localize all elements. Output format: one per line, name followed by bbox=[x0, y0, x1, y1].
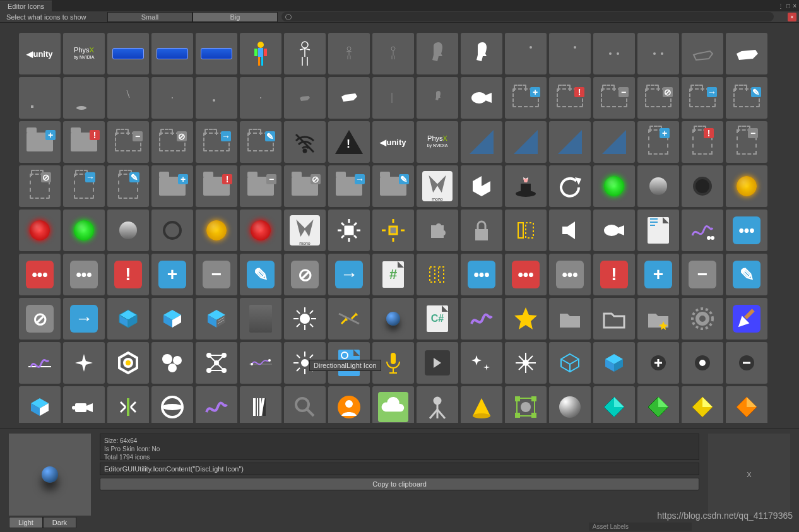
sun-white-icon[interactable] bbox=[328, 210, 370, 251]
hexagon-icon[interactable] bbox=[107, 342, 149, 384]
diamond-teal-icon[interactable] bbox=[593, 386, 635, 423]
camera-dot-icon[interactable] bbox=[63, 386, 105, 423]
hash-doc-icon[interactable]: # bbox=[372, 254, 414, 295]
burst-green-icon[interactable] bbox=[107, 386, 149, 423]
bounds-green-icon[interactable] bbox=[505, 386, 547, 423]
folder-edit-icon[interactable]: ✎ bbox=[726, 77, 767, 119]
play-dark-icon[interactable] bbox=[417, 342, 458, 384]
unity-cube-icon[interactable] bbox=[461, 165, 502, 207]
gear-icon[interactable] bbox=[682, 298, 723, 340]
triangle-icon[interactable] bbox=[461, 121, 502, 163]
sparkle-icon[interactable] bbox=[63, 342, 105, 384]
directional-light-icon[interactable] bbox=[284, 298, 326, 340]
cube-shine-icon[interactable] bbox=[19, 386, 61, 423]
doc-arrow-icon[interactable]: → bbox=[63, 165, 105, 207]
folder-solid-cancel-icon[interactable]: ⊘ bbox=[284, 165, 326, 207]
copy-button[interactable]: Copy to clipboard bbox=[100, 478, 699, 490]
folder-solid-arrow-icon[interactable]: → bbox=[328, 165, 370, 207]
columns-yellow-icon[interactable] bbox=[417, 254, 458, 295]
dot-icon[interactable] bbox=[549, 33, 591, 74]
edit-blue-icon[interactable]: ✎ bbox=[726, 254, 767, 295]
brush-blue-icon[interactable] bbox=[726, 298, 767, 340]
folder-solid-warn-icon[interactable]: ! bbox=[63, 121, 105, 163]
head-small-icon[interactable] bbox=[417, 77, 458, 119]
hand-white-icon[interactable] bbox=[726, 33, 767, 74]
close-icon[interactable]: × bbox=[793, 3, 796, 9]
star-yellow-icon[interactable] bbox=[505, 298, 547, 340]
cancel-gray-icon[interactable]: ⊘ bbox=[19, 298, 61, 340]
diamond-green-icon[interactable] bbox=[637, 386, 679, 423]
green-sphere-icon[interactable] bbox=[63, 210, 105, 251]
csharp-doc-icon[interactable]: C# bbox=[417, 298, 458, 340]
folder-outline-icon[interactable] bbox=[593, 298, 635, 340]
cube-striped-icon[interactable] bbox=[196, 298, 237, 340]
hand-white-icon[interactable] bbox=[328, 77, 370, 119]
plus-blue-icon[interactable]: + bbox=[151, 254, 193, 295]
folder-arrow-icon[interactable]: → bbox=[682, 77, 723, 119]
folder-dash-arrow-icon[interactable]: → bbox=[196, 121, 237, 163]
tripod-icon[interactable] bbox=[417, 386, 458, 423]
sun-yellow-icon[interactable] bbox=[372, 210, 414, 251]
doc-cancel-icon[interactable]: ⊘ bbox=[19, 165, 61, 207]
more-red-icon[interactable]: ••• bbox=[19, 254, 61, 295]
menu-icon[interactable]: ⋮ bbox=[778, 3, 784, 9]
small-mark-icon[interactable] bbox=[63, 77, 105, 119]
folder-solid-warn-icon[interactable]: ! bbox=[196, 165, 237, 207]
theme-light-button[interactable]: Light bbox=[9, 517, 43, 528]
sparkles-icon[interactable] bbox=[461, 342, 502, 384]
dots-icon[interactable] bbox=[593, 33, 635, 74]
record-circle-icon[interactable] bbox=[682, 342, 723, 384]
physx-icon[interactable]: PhysXby NVIDIA bbox=[63, 33, 105, 74]
clear-button[interactable]: × bbox=[788, 13, 796, 21]
head-silhouette-icon[interactable] bbox=[417, 33, 458, 74]
window-tab[interactable]: Editor Icons bbox=[0, 1, 52, 11]
folder-dash-minus-icon[interactable]: − bbox=[107, 121, 149, 163]
diamond-orange-icon[interactable] bbox=[726, 386, 767, 423]
camera-white-icon[interactable] bbox=[593, 210, 635, 251]
stroke-icon[interactable] bbox=[107, 77, 149, 119]
molecules-icon[interactable] bbox=[151, 342, 193, 384]
puzzle-icon[interactable] bbox=[417, 210, 458, 251]
avatar-small-icon[interactable] bbox=[328, 33, 370, 74]
avatar-outline-icon[interactable] bbox=[284, 33, 326, 74]
search-input[interactable] bbox=[281, 12, 774, 21]
folder-dash-cancel-icon[interactable]: ⊘ bbox=[151, 121, 193, 163]
lock-icon[interactable] bbox=[461, 210, 502, 251]
ring-dark-icon[interactable] bbox=[151, 210, 193, 251]
folder-cancel-icon[interactable]: ⊘ bbox=[637, 77, 679, 119]
cube-arrow-icon[interactable] bbox=[151, 298, 193, 340]
minus-gray-icon[interactable]: − bbox=[196, 254, 237, 295]
unity-icon[interactable]: ◀unity bbox=[19, 33, 61, 74]
hand-small-icon[interactable] bbox=[284, 77, 326, 119]
curve-people-icon[interactable] bbox=[682, 210, 723, 251]
doc-warn-icon[interactable]: ! bbox=[682, 121, 723, 163]
refresh-icon[interactable] bbox=[549, 165, 591, 207]
warn-red-icon[interactable]: ! bbox=[593, 254, 635, 295]
warning-triangle-icon[interactable] bbox=[328, 121, 370, 163]
plus-blue-icon[interactable]: + bbox=[637, 254, 679, 295]
document-lines-icon[interactable] bbox=[637, 210, 679, 251]
columns-yellow-icon[interactable] bbox=[505, 210, 547, 251]
cone-yellow-icon[interactable] bbox=[461, 386, 502, 423]
minus-gray-icon[interactable]: − bbox=[682, 254, 723, 295]
folder-star-icon[interactable] bbox=[637, 298, 679, 340]
user-orange-icon[interactable] bbox=[328, 386, 370, 423]
dots-icon[interactable] bbox=[637, 33, 679, 74]
red-sphere-icon[interactable] bbox=[240, 210, 281, 251]
rect-gray-icon[interactable] bbox=[240, 298, 281, 340]
physx-icon[interactable]: PhysXby NVIDIA bbox=[417, 121, 458, 163]
doc-edit-icon[interactable]: ✎ bbox=[107, 165, 149, 207]
mono-icon[interactable]: mono bbox=[284, 210, 326, 251]
curve-line-icon[interactable] bbox=[19, 342, 61, 384]
more-gray-icon[interactable]: ••• bbox=[63, 254, 105, 295]
orange-sphere-icon[interactable] bbox=[196, 210, 237, 251]
red-sphere-icon[interactable] bbox=[19, 210, 61, 251]
triangle-icon[interactable] bbox=[505, 121, 547, 163]
mono-icon[interactable]: mono bbox=[417, 165, 458, 207]
folder-dash-edit-icon[interactable]: ✎ bbox=[240, 121, 281, 163]
more-blue-icon[interactable]: ••• bbox=[461, 254, 502, 295]
bluebar-icon[interactable] bbox=[151, 33, 193, 74]
sphere-gray-icon[interactable] bbox=[549, 386, 591, 423]
maximize-icon[interactable]: □ bbox=[786, 3, 790, 9]
barcode-icon[interactable] bbox=[240, 386, 281, 423]
